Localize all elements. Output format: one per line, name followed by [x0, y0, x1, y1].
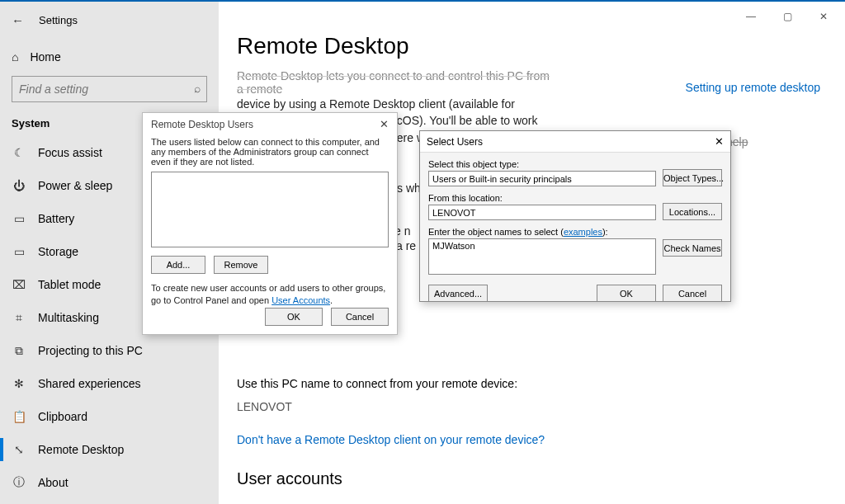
- dialog-title: Select Users: [427, 136, 483, 148]
- search-input[interactable]: [12, 76, 207, 102]
- projecting-to-this-pc-icon: ⧉: [12, 344, 26, 358]
- user-accounts-link[interactable]: User Accounts: [271, 295, 330, 305]
- examples-link[interactable]: examples: [564, 227, 602, 237]
- intro-cut: Remote Desktop lets you connect to and c…: [237, 69, 550, 96]
- locations-button[interactable]: Locations...: [663, 203, 722, 220]
- fragment-text: a re: [396, 239, 416, 252]
- users-listbox[interactable]: [151, 172, 389, 247]
- sidebar-item-remote-desktop[interactable]: ⤡Remote Desktop: [0, 433, 219, 466]
- back-icon[interactable]: ←: [12, 13, 24, 27]
- sidebar-item-projecting-to-this-pc[interactable]: ⧉Projecting to this PC: [0, 334, 219, 367]
- advanced-button[interactable]: Advanced...: [428, 285, 488, 302]
- sidebar-home[interactable]: ⌂ Home: [0, 38, 219, 76]
- remote-desktop-users-dialog: Remote Desktop Users ✕ The users listed …: [142, 112, 398, 335]
- battery-icon: ▭: [12, 212, 26, 225]
- sidebar-item-label: Tablet mode: [38, 278, 101, 291]
- sidebar-item-label: Storage: [38, 245, 78, 258]
- sidebar-item-label: Clipboard: [38, 410, 87, 423]
- add-button[interactable]: Add...: [151, 256, 205, 274]
- sidebar-item-label: Remote Desktop: [38, 443, 124, 456]
- multitasking-icon: ⌗: [12, 311, 26, 325]
- main-block: Use this PC name to connect from your re…: [237, 377, 666, 504]
- home-label: Home: [30, 50, 60, 64]
- select-users-dialog: Select Users ✕ Select this object type: …: [419, 130, 731, 302]
- object-names-input[interactable]: MJWatson: [428, 238, 656, 275]
- sidebar-item-label: Focus assist: [38, 146, 102, 159]
- storage-icon: ▭: [12, 245, 26, 258]
- sidebar-item-label: Projecting to this PC: [38, 344, 143, 357]
- dialog-title: Remote Desktop Users: [151, 119, 253, 130]
- accounts-header: User accounts: [237, 469, 666, 488]
- power-sleep-icon: ⏻: [12, 179, 26, 192]
- sidebar-item-label: Power & sleep: [38, 179, 112, 192]
- about-icon: ⓘ: [12, 475, 26, 490]
- dialog-hint: To create new user accounts or add users…: [151, 282, 389, 307]
- pc-name: LENOVOT: [237, 400, 666, 413]
- sidebar-item-clipboard[interactable]: 📋Clipboard: [0, 400, 219, 433]
- sidebar-item-about[interactable]: ⓘAbout: [0, 466, 219, 499]
- close-icon[interactable]: ✕: [715, 135, 724, 148]
- tablet-mode-icon: ⌧: [12, 278, 26, 291]
- cancel-button[interactable]: Cancel: [331, 308, 389, 326]
- location-label: From this location:: [428, 193, 656, 203]
- sidebar-item-label: Multitasking: [38, 311, 99, 324]
- window-title: Settings: [39, 14, 78, 26]
- sidebar-header: ← Settings: [0, 2, 219, 38]
- client-link[interactable]: Don't have a Remote Desktop client on yo…: [237, 433, 666, 446]
- dialog-description: The users listed below can connect to th…: [151, 137, 389, 167]
- page-title: Remote Desktop: [237, 33, 820, 59]
- clipboard-icon: 📋: [12, 410, 26, 423]
- object-type-field[interactable]: [428, 171, 656, 186]
- fragment-text: s wh: [397, 181, 421, 195]
- remove-button[interactable]: Remove: [214, 256, 268, 274]
- focus-assist-icon: ☾: [12, 146, 26, 159]
- home-icon: ⌂: [12, 50, 18, 64]
- search-icon: ⌕: [194, 82, 201, 95]
- sidebar-item-label: Shared experiences: [38, 377, 141, 390]
- location-field[interactable]: [428, 205, 656, 220]
- search-wrap: ⌕: [12, 76, 207, 102]
- remote-desktop-icon: ⤡: [12, 443, 26, 456]
- sidebar-item-shared-experiences[interactable]: ✻Shared experiences: [0, 367, 219, 400]
- shared-experiences-icon: ✻: [12, 377, 26, 390]
- names-label: Enter the object names to select (exampl…: [428, 227, 656, 237]
- ok-button[interactable]: OK: [265, 308, 323, 326]
- close-icon[interactable]: ✕: [380, 118, 389, 130]
- check-names-button[interactable]: Check Names: [663, 239, 722, 257]
- object-type-label: Select this object type:: [428, 159, 656, 169]
- connect-label: Use this PC name to connect from your re…: [237, 377, 666, 390]
- cancel-button[interactable]: Cancel: [663, 285, 722, 302]
- setup-link[interactable]: Setting up remote desktop: [686, 81, 820, 94]
- ok-button[interactable]: OK: [597, 285, 656, 302]
- sidebar-item-label: Battery: [38, 212, 74, 225]
- sidebar-item-label: About: [38, 476, 68, 489]
- object-types-button[interactable]: Object Types...: [663, 169, 722, 186]
